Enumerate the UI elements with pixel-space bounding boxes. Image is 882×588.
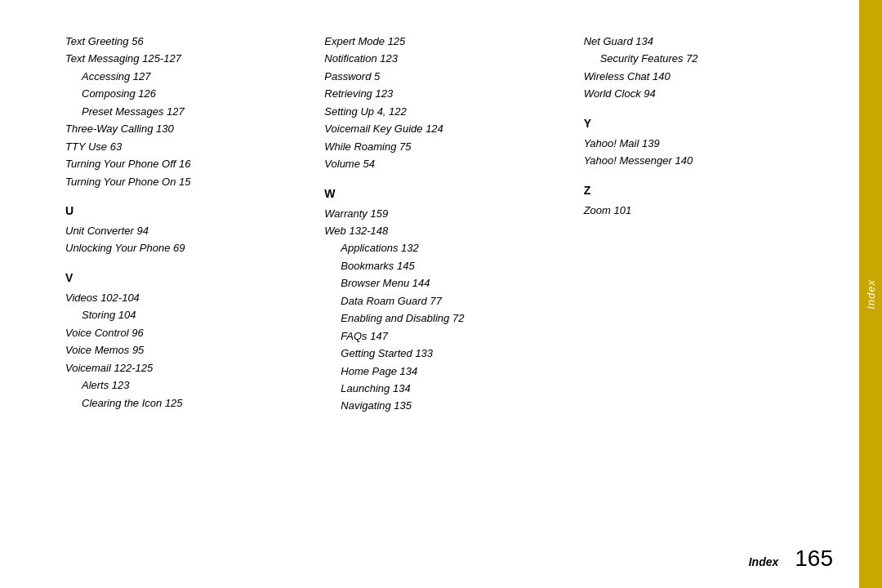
side-tab: Index — [859, 0, 882, 588]
index-entry: Storing 104 — [65, 306, 300, 323]
index-entry: Voicemail 122-125 — [65, 359, 300, 376]
index-entry: Three-Way Calling 130 — [65, 120, 300, 137]
index-entry: Bookmarks 145 — [324, 257, 559, 274]
section-header-v: V — [65, 269, 300, 287]
index-entry: Warranty 159 — [324, 205, 559, 222]
index-entry: Retrieving 123 — [324, 85, 559, 102]
index-entry: Accessing 127 — [65, 68, 300, 85]
index-entry: Password 5 — [324, 68, 559, 85]
index-entry: FAQs 147 — [324, 327, 559, 345]
index-entry: Voice Control 96 — [65, 324, 300, 341]
index-entry: Videos 102-104 — [65, 289, 300, 306]
index-entry: World Clock 94 — [584, 85, 818, 102]
index-entry: Enabling and Disabling 72 — [324, 310, 559, 327]
index-entry: TTY Use 63 — [65, 138, 300, 155]
index-entry: Home Page 134 — [324, 363, 559, 380]
footer-page: 165 — [795, 546, 833, 572]
index-entry: Voice Memos 95 — [65, 341, 300, 359]
index-entry: Browser Menu 144 — [324, 274, 559, 292]
section-header-w: W — [324, 185, 559, 203]
index-entry: Unit Converter 94 — [65, 222, 300, 239]
index-entry: While Roaming 75 — [324, 138, 559, 155]
index-entry: Yahoo! Mail 139 — [584, 135, 818, 152]
index-entry: Wireless Chat 140 — [584, 68, 818, 85]
index-entry: Launching 134 — [324, 380, 559, 397]
index-entry: Unlocking Your Phone 69 — [65, 239, 300, 256]
index-entry: Alerts 123 — [65, 376, 300, 394]
index-entry: Turning Your Phone On 15 — [65, 173, 300, 190]
index-entry: Security Features 72 — [584, 50, 818, 67]
index-entry: Setting Up 4, 122 — [324, 103, 559, 120]
section-header-z: Z — [584, 181, 818, 200]
index-entry: Voicemail Key Guide 124 — [324, 120, 559, 137]
column-2: Expert Mode 125Notification 123Password … — [324, 33, 559, 555]
index-entry: Web 132-148 — [324, 222, 559, 239]
index-entry: Turning Your Phone Off 16 — [65, 155, 300, 172]
page-container: Text Greeting 56Text Messaging 125-127Ac… — [0, 0, 882, 588]
section-header-u: U — [65, 202, 300, 220]
index-entry: Yahoo! Messenger 140 — [584, 152, 818, 169]
index-entry: Text Messaging 125-127 — [65, 50, 300, 67]
index-entry: Clearing the Icon 125 — [65, 394, 300, 412]
index-entry: Data Roam Guard 77 — [324, 292, 559, 310]
index-entry: Applications 132 — [324, 239, 559, 256]
section-header-y: Y — [584, 114, 818, 133]
column-1: Text Greeting 56Text Messaging 125-127Ac… — [65, 33, 300, 555]
index-entry: Text Greeting 56 — [65, 33, 300, 50]
index-entry: Net Guard 134 — [584, 33, 818, 50]
footer-label: Index — [749, 555, 779, 568]
index-entry: Preset Messages 127 — [65, 103, 300, 120]
index-entry: Getting Started 133 — [324, 345, 559, 362]
index-entry: Navigating 135 — [324, 397, 559, 414]
index-entry: Zoom 101 — [584, 202, 818, 219]
index-entry: Composing 126 — [65, 85, 300, 102]
index-entry: Volume 54 — [324, 155, 559, 172]
index-entry: Notification 123 — [324, 50, 559, 67]
content-area: Text Greeting 56Text Messaging 125-127Ac… — [0, 0, 859, 588]
index-entry: Expert Mode 125 — [324, 33, 559, 50]
column-3: Net Guard 134Security Features 72Wireles… — [584, 33, 818, 555]
side-tab-label: Index — [865, 279, 877, 310]
footer: Index 165 — [749, 546, 833, 572]
